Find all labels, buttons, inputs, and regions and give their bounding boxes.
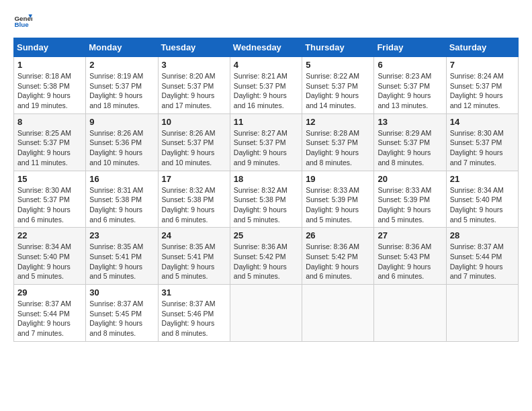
calendar-cell: 24 Sunrise: 8:35 AM Sunset: 5:41 PM Dayl… [158, 228, 230, 285]
calendar-cell: 7 Sunrise: 8:24 AM Sunset: 5:37 PM Dayli… [446, 57, 518, 114]
day-number: 15 [17, 174, 82, 184]
day-number: 28 [450, 230, 515, 240]
calendar-cell [230, 285, 302, 342]
day-number: 2 [89, 60, 154, 70]
day-number: 4 [234, 60, 298, 70]
calendar-cell: 17 Sunrise: 8:32 AM Sunset: 5:38 PM Dayl… [158, 171, 230, 228]
header-monday: Monday [86, 38, 158, 57]
day-detail: Sunrise: 8:32 AM Sunset: 5:38 PM Dayligh… [162, 185, 226, 225]
day-detail: Sunrise: 8:24 AM Sunset: 5:37 PM Dayligh… [450, 71, 515, 111]
day-detail: Sunrise: 8:26 AM Sunset: 5:36 PM Dayligh… [89, 128, 154, 168]
day-detail: Sunrise: 8:18 AM Sunset: 5:38 PM Dayligh… [17, 71, 82, 111]
day-number: 24 [162, 230, 226, 240]
calendar-cell: 29 Sunrise: 8:37 AM Sunset: 5:44 PM Dayl… [14, 285, 86, 342]
day-detail: Sunrise: 8:35 AM Sunset: 5:41 PM Dayligh… [89, 242, 154, 281]
calendar-cell [446, 285, 518, 342]
day-detail: Sunrise: 8:27 AM Sunset: 5:37 PM Dayligh… [234, 128, 298, 168]
day-number: 31 [162, 287, 226, 298]
day-detail: Sunrise: 8:19 AM Sunset: 5:37 PM Dayligh… [89, 71, 154, 111]
calendar-cell: 5 Sunrise: 8:22 AM Sunset: 5:37 PM Dayli… [302, 57, 374, 114]
day-number: 23 [89, 230, 154, 240]
calendar-cell: 20 Sunrise: 8:33 AM Sunset: 5:39 PM Dayl… [374, 171, 446, 228]
day-detail: Sunrise: 8:37 AM Sunset: 5:45 PM Dayligh… [89, 299, 154, 338]
day-detail: Sunrise: 8:33 AM Sunset: 5:39 PM Dayligh… [306, 185, 370, 225]
day-detail: Sunrise: 8:37 AM Sunset: 5:44 PM Dayligh… [450, 242, 515, 281]
day-number: 16 [89, 174, 154, 184]
day-number: 18 [234, 174, 298, 184]
calendar-cell: 8 Sunrise: 8:25 AM Sunset: 5:37 PM Dayli… [14, 113, 86, 171]
header-tuesday: Tuesday [158, 38, 230, 57]
calendar-header-row: SundayMondayTuesdayWednesdayThursdayFrid… [14, 38, 519, 57]
calendar-cell: 11 Sunrise: 8:27 AM Sunset: 5:37 PM Dayl… [230, 113, 302, 171]
calendar-cell: 1 Sunrise: 8:18 AM Sunset: 5:38 PM Dayli… [14, 57, 86, 114]
day-number: 25 [234, 230, 298, 240]
calendar-cell: 28 Sunrise: 8:37 AM Sunset: 5:44 PM Dayl… [446, 228, 518, 285]
calendar-cell: 6 Sunrise: 8:23 AM Sunset: 5:37 PM Dayli… [374, 57, 446, 114]
day-detail: Sunrise: 8:22 AM Sunset: 5:37 PM Dayligh… [306, 71, 370, 111]
calendar-cell: 15 Sunrise: 8:30 AM Sunset: 5:37 PM Dayl… [14, 171, 86, 228]
calendar-cell: 14 Sunrise: 8:30 AM Sunset: 5:37 PM Dayl… [446, 113, 518, 171]
header-thursday: Thursday [302, 38, 374, 57]
day-detail: Sunrise: 8:37 AM Sunset: 5:44 PM Dayligh… [17, 299, 82, 338]
day-detail: Sunrise: 8:36 AM Sunset: 5:42 PM Dayligh… [306, 242, 370, 281]
svg-text:Blue: Blue [14, 21, 29, 28]
calendar-cell: 31 Sunrise: 8:37 AM Sunset: 5:46 PM Dayl… [158, 285, 230, 342]
calendar-week-1: 1 Sunrise: 8:18 AM Sunset: 5:38 PM Dayli… [14, 57, 519, 114]
day-number: 5 [306, 60, 370, 70]
calendar-cell: 27 Sunrise: 8:36 AM Sunset: 5:43 PM Dayl… [374, 228, 446, 285]
day-detail: Sunrise: 8:28 AM Sunset: 5:37 PM Dayligh… [306, 128, 370, 168]
day-detail: Sunrise: 8:37 AM Sunset: 5:46 PM Dayligh… [162, 299, 226, 338]
calendar-cell: 25 Sunrise: 8:36 AM Sunset: 5:42 PM Dayl… [230, 228, 302, 285]
day-detail: Sunrise: 8:30 AM Sunset: 5:37 PM Dayligh… [17, 185, 82, 225]
day-detail: Sunrise: 8:36 AM Sunset: 5:42 PM Dayligh… [234, 242, 298, 281]
calendar-cell: 30 Sunrise: 8:37 AM Sunset: 5:45 PM Dayl… [86, 285, 158, 342]
day-number: 14 [450, 117, 515, 127]
calendar-cell: 21 Sunrise: 8:34 AM Sunset: 5:40 PM Dayl… [446, 171, 518, 228]
calendar-week-2: 8 Sunrise: 8:25 AM Sunset: 5:37 PM Dayli… [14, 113, 519, 171]
day-detail: Sunrise: 8:34 AM Sunset: 5:40 PM Dayligh… [450, 185, 515, 225]
day-number: 13 [378, 117, 442, 127]
day-detail: Sunrise: 8:20 AM Sunset: 5:37 PM Dayligh… [162, 71, 226, 111]
day-number: 7 [450, 60, 515, 70]
day-detail: Sunrise: 8:35 AM Sunset: 5:41 PM Dayligh… [162, 242, 226, 281]
day-number: 11 [234, 117, 298, 127]
calendar-week-4: 22 Sunrise: 8:34 AM Sunset: 5:40 PM Dayl… [14, 228, 519, 285]
calendar-cell: 9 Sunrise: 8:26 AM Sunset: 5:36 PM Dayli… [86, 113, 158, 171]
calendar-cell: 10 Sunrise: 8:26 AM Sunset: 5:37 PM Dayl… [158, 113, 230, 171]
day-detail: Sunrise: 8:23 AM Sunset: 5:37 PM Dayligh… [378, 71, 442, 111]
calendar-cell: 23 Sunrise: 8:35 AM Sunset: 5:41 PM Dayl… [86, 228, 158, 285]
day-number: 12 [306, 117, 370, 127]
day-detail: Sunrise: 8:25 AM Sunset: 5:37 PM Dayligh… [17, 128, 82, 168]
day-number: 21 [450, 174, 515, 184]
day-detail: Sunrise: 8:26 AM Sunset: 5:37 PM Dayligh… [162, 128, 226, 168]
calendar-cell: 4 Sunrise: 8:21 AM Sunset: 5:37 PM Dayli… [230, 57, 302, 114]
day-detail: Sunrise: 8:29 AM Sunset: 5:37 PM Dayligh… [378, 128, 442, 168]
day-detail: Sunrise: 8:31 AM Sunset: 5:38 PM Dayligh… [89, 185, 154, 225]
day-detail: Sunrise: 8:36 AM Sunset: 5:43 PM Dayligh… [378, 242, 442, 281]
day-number: 22 [17, 230, 82, 240]
day-number: 19 [306, 174, 370, 184]
day-number: 29 [17, 287, 82, 298]
day-detail: Sunrise: 8:33 AM Sunset: 5:39 PM Dayligh… [378, 185, 442, 225]
header-saturday: Saturday [446, 38, 518, 57]
day-number: 9 [89, 117, 154, 127]
day-number: 27 [378, 230, 442, 240]
calendar-cell: 12 Sunrise: 8:28 AM Sunset: 5:37 PM Dayl… [302, 113, 374, 171]
calendar-cell: 16 Sunrise: 8:31 AM Sunset: 5:38 PM Dayl… [86, 171, 158, 228]
logo-icon: General Blue [13, 11, 32, 30]
calendar-week-3: 15 Sunrise: 8:30 AM Sunset: 5:37 PM Dayl… [14, 171, 519, 228]
header-friday: Friday [374, 38, 446, 57]
calendar-cell: 13 Sunrise: 8:29 AM Sunset: 5:37 PM Dayl… [374, 113, 446, 171]
calendar-week-5: 29 Sunrise: 8:37 AM Sunset: 5:44 PM Dayl… [14, 285, 519, 342]
calendar-table: SundayMondayTuesdayWednesdayThursdayFrid… [13, 38, 519, 342]
day-number: 30 [89, 287, 154, 298]
calendar-cell: 18 Sunrise: 8:32 AM Sunset: 5:38 PM Dayl… [230, 171, 302, 228]
day-detail: Sunrise: 8:21 AM Sunset: 5:37 PM Dayligh… [234, 71, 298, 111]
day-detail: Sunrise: 8:34 AM Sunset: 5:40 PM Dayligh… [17, 242, 82, 281]
calendar-cell: 26 Sunrise: 8:36 AM Sunset: 5:42 PM Dayl… [302, 228, 374, 285]
calendar-cell: 19 Sunrise: 8:33 AM Sunset: 5:39 PM Dayl… [302, 171, 374, 228]
day-detail: Sunrise: 8:32 AM Sunset: 5:38 PM Dayligh… [234, 185, 298, 225]
day-number: 17 [162, 174, 226, 184]
header-sunday: Sunday [14, 38, 86, 57]
calendar-cell [302, 285, 374, 342]
